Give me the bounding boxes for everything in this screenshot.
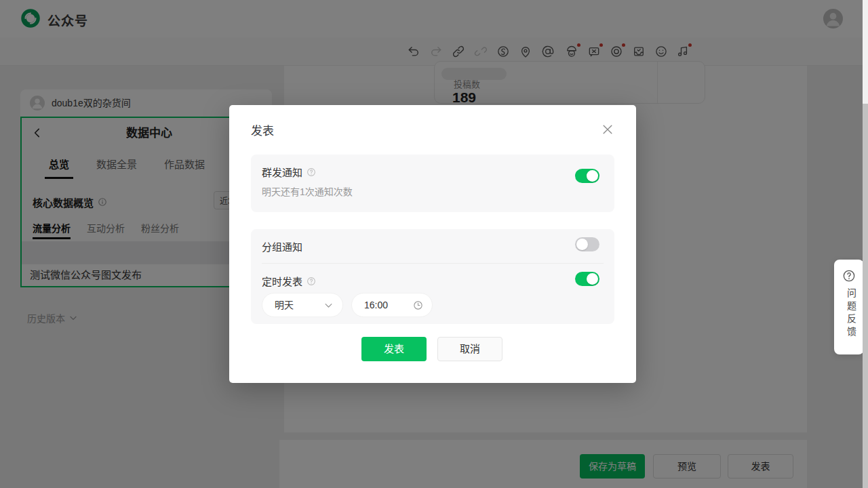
clock-icon [413,300,423,310]
help-icon[interactable] [307,277,316,286]
toggle-knob [587,273,598,285]
toggle-knob [587,170,598,182]
group-notify-toggle-off[interactable] [575,237,599,251]
group-notify-row: 分组通知 [262,239,302,253]
schedule-date-select[interactable]: 明天 [262,293,343,317]
question-circle-icon [842,269,856,283]
group-notify-label: 分组通知 [262,239,302,253]
schedule-time-value: 16:00 [364,293,388,317]
schedule-date-value: 明天 [275,293,294,317]
scrollbar-track [863,0,868,488]
close-icon[interactable] [601,123,614,136]
section-divider [262,263,604,264]
scrollbar-thumb[interactable] [863,104,868,488]
help-icon[interactable] [307,167,316,177]
group-schedule-section: 分组通知 定时发表 明天 16:00 [251,229,614,324]
cancel-button[interactable]: 取消 [437,337,502,361]
chevron-down-icon [323,300,334,310]
mass-notify-row: 群发通知 [262,165,316,179]
schedule-toggle-on[interactable] [575,272,599,286]
mass-notify-section: 群发通知 明天还有1次通知次数 [251,155,614,212]
feedback-button[interactable]: 问题反馈 [834,260,864,354]
mass-notify-hint: 明天还有1次通知次数 [262,184,353,198]
mass-notify-label: 群发通知 [262,165,302,179]
publish-confirm-button[interactable]: 发表 [361,337,427,361]
schedule-label: 定时发表 [262,274,302,288]
toggle-knob [576,239,588,250]
dialog-title: 发表 [251,121,274,138]
mass-notify-toggle-on[interactable] [575,169,599,183]
publish-dialog: 发表 群发通知 明天还有1次通知次数 分组通知 定时发表 明天 [229,105,636,383]
schedule-row: 定时发表 [262,274,316,288]
schedule-time-input[interactable]: 16:00 [351,293,433,317]
